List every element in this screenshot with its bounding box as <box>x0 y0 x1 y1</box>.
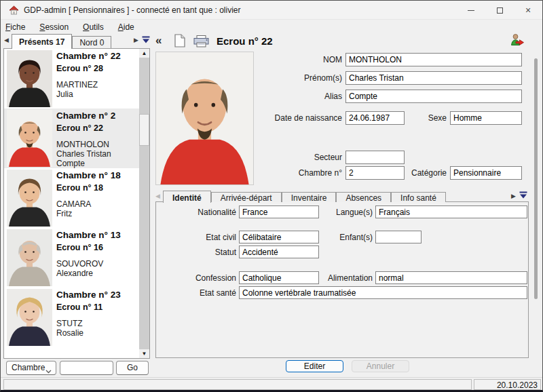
last-name: MARTINEZ <box>56 80 98 90</box>
menu-outils[interactable]: Outils <box>83 22 104 32</box>
app-window: GDP-admin [ Pensionnaires ] - connecté e… <box>0 0 543 392</box>
last-name: SOUVOROV <box>56 259 103 269</box>
list-item[interactable]: Chambre n° 22 Ecrou n° 28 MARTINEZ Julia <box>4 49 139 109</box>
app-house-icon <box>9 5 19 18</box>
list-scrollbar[interactable]: ▲ ▼ <box>139 49 149 358</box>
enfants-field[interactable] <box>375 231 422 243</box>
user-exit-icon[interactable] <box>510 33 525 51</box>
nom-field[interactable] <box>345 53 522 66</box>
etat-civil-label: Etat civil <box>153 233 236 242</box>
categorie-label: Catégorie <box>391 168 447 178</box>
nom-label: NOM <box>235 55 342 64</box>
close-button[interactable]: × <box>514 1 542 20</box>
menu-session[interactable]: Session <box>39 22 69 32</box>
secteur-field[interactable] <box>345 151 405 164</box>
etat-sante-field[interactable] <box>239 286 527 299</box>
detail-scrollbar-thumb[interactable] <box>534 58 538 299</box>
nationalite-label: Nationalité <box>153 208 236 217</box>
title-bar[interactable]: GDP-admin [ Pensionnaires ] - connecté e… <box>1 1 542 20</box>
search-field-dropdown[interactable]: Chambre <box>6 361 56 375</box>
collapse-sidebar-icon[interactable]: « <box>155 34 162 47</box>
room-number: Chambre n° 2 <box>56 111 115 121</box>
categorie-field[interactable] <box>450 166 522 180</box>
detail-tab-strip: IdentitéArrivée-départInventaireAbsences… <box>163 190 446 202</box>
secteur-label: Secteur <box>235 153 342 162</box>
status-datetime: 20.10.2023 12:28 <box>474 379 541 390</box>
alias-field[interactable] <box>345 90 522 103</box>
list-item[interactable]: Chambre n° 2 Ecrou n° 22 MONTHOLON Charl… <box>4 109 139 168</box>
alimentation-label: Alimentation <box>286 273 373 283</box>
alias-name: Compte <box>56 159 85 168</box>
go-button[interactable]: Go <box>116 361 149 375</box>
detail-tab-inventaire[interactable]: Inventaire <box>282 192 337 202</box>
statut-field[interactable] <box>239 246 319 258</box>
sidebar-tabs-next-icon[interactable]: ▶ <box>134 37 138 43</box>
detail-tab-identit-[interactable]: Identité <box>163 191 211 203</box>
sexe-label: Sexe <box>405 113 447 123</box>
langues-field[interactable] <box>375 205 527 218</box>
sidebar-tab-nord[interactable]: Nord 0 <box>72 36 111 48</box>
search-input[interactable] <box>60 361 113 375</box>
resident-list-items: Chambre n° 22 Ecrou n° 28 MARTINEZ Julia… <box>4 49 149 347</box>
resident-photo <box>7 170 52 227</box>
last-name: MONTHOLON <box>56 140 109 149</box>
list-scrollbar-thumb[interactable] <box>139 114 149 146</box>
list-item[interactable]: Chambre n° 23 Ecrou n° 11 STUTZ Rosalie <box>4 288 139 347</box>
alias-label: Alias <box>235 92 342 101</box>
scroll-down-icon[interactable]: ▼ <box>139 349 149 358</box>
minimize-button[interactable] <box>457 1 485 20</box>
list-item[interactable]: Chambre n° 18 Ecrou n° 18 CAMARA Fritz <box>4 168 139 228</box>
chambre-label: Chambre n° <box>235 168 342 178</box>
cancel-button: Annuler <box>352 360 409 372</box>
menu-fiche[interactable]: Fiche <box>5 22 25 32</box>
minimize-icon <box>468 10 474 11</box>
naissance-label: Date de naissance <box>235 113 342 123</box>
enfants-label: Enfant(s) <box>286 233 373 242</box>
sidebar-tab-list-icon[interactable] <box>142 36 150 44</box>
sidebar-tabs-prev-icon[interactable]: ◀ <box>4 37 9 43</box>
scroll-up-icon[interactable]: ▲ <box>139 49 149 58</box>
room-number: Chambre n° 23 <box>56 290 121 300</box>
page-title: Ecrou n° 22 <box>217 35 273 47</box>
edit-button[interactable]: Editer <box>286 360 343 372</box>
maximize-icon <box>497 7 503 14</box>
resident-photo <box>7 110 52 167</box>
room-number: Chambre n° 22 <box>56 51 121 61</box>
last-name: CAMARA <box>56 199 91 209</box>
status-bar: 20.10.2023 12:28 <box>1 377 542 391</box>
list-item[interactable]: Chambre n° 13 Ecrou n° 16 SOUVOROV Alexa… <box>4 228 139 288</box>
menu-bar: Fiche Session Outils Aide <box>1 20 542 33</box>
detail-tabs-prev-icon[interactable]: ◀ <box>155 193 160 199</box>
resident-list: Chambre n° 22 Ecrou n° 28 MARTINEZ Julia… <box>3 48 150 359</box>
first-name: Julia <box>56 90 73 99</box>
detail-tabs-next-icon[interactable]: ▶ <box>511 193 516 199</box>
detail-tab-absences[interactable]: Absences <box>336 192 391 202</box>
maximize-button[interactable] <box>485 1 514 20</box>
ecrou-number: Ecrou n° 22 <box>56 123 103 133</box>
chevron-down-icon <box>45 366 52 376</box>
statut-label: Statut <box>153 248 236 257</box>
ecrou-number: Ecrou n° 11 <box>56 302 102 312</box>
menu-aide[interactable]: Aide <box>118 22 134 32</box>
sidebar-tab-presents[interactable]: Présents 17 <box>12 34 72 49</box>
resident-photo <box>7 50 52 107</box>
detail-tab-info-sant-[interactable]: Info santé <box>391 192 446 202</box>
alimentation-field[interactable] <box>375 271 527 284</box>
new-document-icon[interactable] <box>174 34 185 50</box>
print-icon[interactable] <box>193 35 209 50</box>
naissance-field[interactable] <box>345 111 405 125</box>
first-name: Fritz <box>56 209 72 218</box>
first-name: Alexandre <box>56 269 93 278</box>
etat-sante-label: Etat santé <box>153 288 236 298</box>
ecrou-number: Ecrou n° 28 <box>56 64 103 73</box>
first-name: Rosalie <box>56 328 83 338</box>
resident-photo <box>7 289 52 346</box>
close-icon: × <box>525 5 531 15</box>
detail-tab-list-icon[interactable] <box>519 191 527 199</box>
detail-tab-arriv-e-d-part[interactable]: Arrivée-départ <box>211 192 282 202</box>
status-message-panel <box>3 379 472 390</box>
sexe-field[interactable] <box>450 111 522 125</box>
prenoms-field[interactable] <box>345 71 522 85</box>
langues-label: Langue(s) <box>286 208 373 217</box>
last-name: STUTZ <box>56 319 83 328</box>
